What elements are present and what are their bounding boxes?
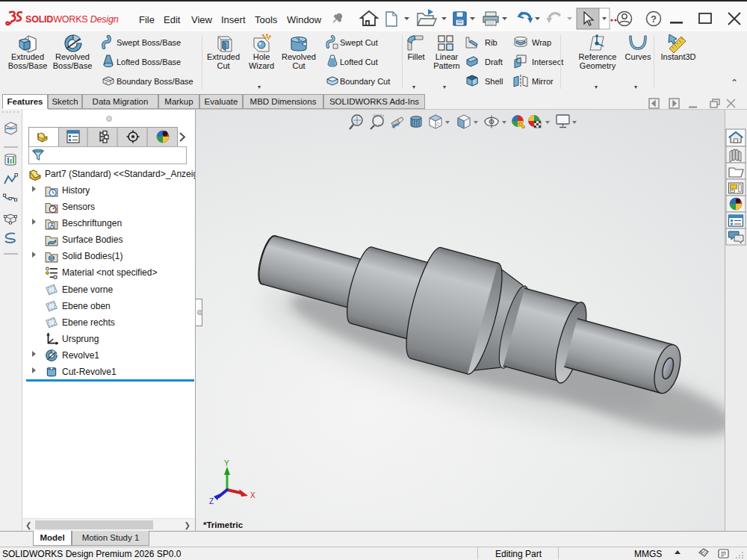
svg-text:SOLIDWORKS Design: SOLIDWORKS Design [25, 14, 119, 25]
svg-text:X: X [250, 491, 255, 500]
svg-text:A: A [50, 222, 55, 229]
svg-text:Z: Z [209, 497, 214, 505]
svg-text:?: ? [651, 13, 657, 25]
svg-text:Y: Y [224, 459, 229, 467]
